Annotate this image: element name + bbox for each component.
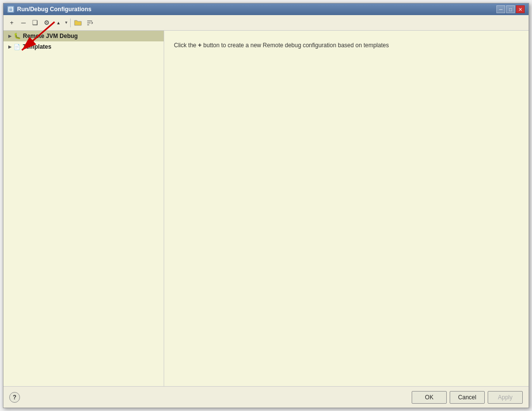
- move-dropdown-arrow: ▼: [64, 20, 68, 25]
- window-title: Run/Debug Configurations: [17, 6, 92, 13]
- tree-label-templates: Templates: [23, 43, 51, 50]
- maximize-button[interactable]: □: [506, 5, 515, 13]
- title-bar: Run/Debug Configurations ─ □ ✕: [3, 3, 529, 15]
- title-bar-left: Run/Debug Configurations: [7, 6, 92, 13]
- folder-button[interactable]: [73, 18, 83, 28]
- sort-button[interactable]: [84, 18, 95, 28]
- title-bar-controls: ─ □ ✕: [496, 5, 525, 13]
- debug-icon: [13, 32, 21, 40]
- toolbar-separator-1: [70, 19, 71, 27]
- add-configuration-button[interactable]: +: [6, 18, 17, 28]
- tree-label-remote-jvm-debug: Remote JVM Debug: [23, 33, 78, 39]
- tree-arrow-templates: ▶: [6, 43, 13, 50]
- remove-configuration-button[interactable]: ─: [18, 18, 29, 28]
- configuration-tree: ▶ Remote JVM Debug ▶ Templates: [3, 31, 164, 386]
- tree-item-remote-jvm-debug[interactable]: ▶ Remote JVM Debug: [3, 31, 164, 41]
- bottom-right: OK Cancel Apply: [412, 391, 523, 404]
- cancel-button[interactable]: Cancel: [450, 391, 485, 404]
- main-content: ▶ Remote JVM Debug ▶ Templates Click the…: [3, 31, 529, 386]
- move-up-button[interactable]: ▲: [53, 18, 64, 28]
- window-icon: [7, 6, 14, 13]
- template-icon: [13, 43, 21, 51]
- ok-button[interactable]: OK: [412, 391, 447, 404]
- close-button[interactable]: ✕: [516, 5, 525, 13]
- toolbar: + ─ ❑ ⚙ ▲ ▼: [3, 15, 529, 31]
- hint-text: Click the + button to create a new Remot…: [174, 40, 389, 50]
- apply-button[interactable]: Apply: [488, 391, 523, 404]
- right-panel: Click the + button to create a new Remot…: [164, 31, 529, 386]
- move-dropdown[interactable]: ▲ ▼: [53, 18, 68, 28]
- bottom-left: ?: [9, 392, 20, 403]
- bottom-bar: ? OK Cancel Apply: [3, 386, 529, 408]
- svg-rect-2: [9, 7, 13, 11]
- minimize-button[interactable]: ─: [496, 5, 505, 13]
- run-debug-configurations-dialog: Run/Debug Configurations ─ □ ✕ + ─ ❑ ⚙ ▲…: [3, 3, 529, 408]
- help-button[interactable]: ?: [9, 392, 20, 403]
- copy-configuration-button[interactable]: ❑: [30, 18, 40, 28]
- settings-button[interactable]: ⚙: [41, 18, 52, 28]
- tree-item-templates[interactable]: ▶ Templates: [3, 41, 164, 52]
- tree-arrow-remote-jvm-debug: ▶: [6, 33, 13, 39]
- hint-plus-symbol: +: [198, 41, 202, 49]
